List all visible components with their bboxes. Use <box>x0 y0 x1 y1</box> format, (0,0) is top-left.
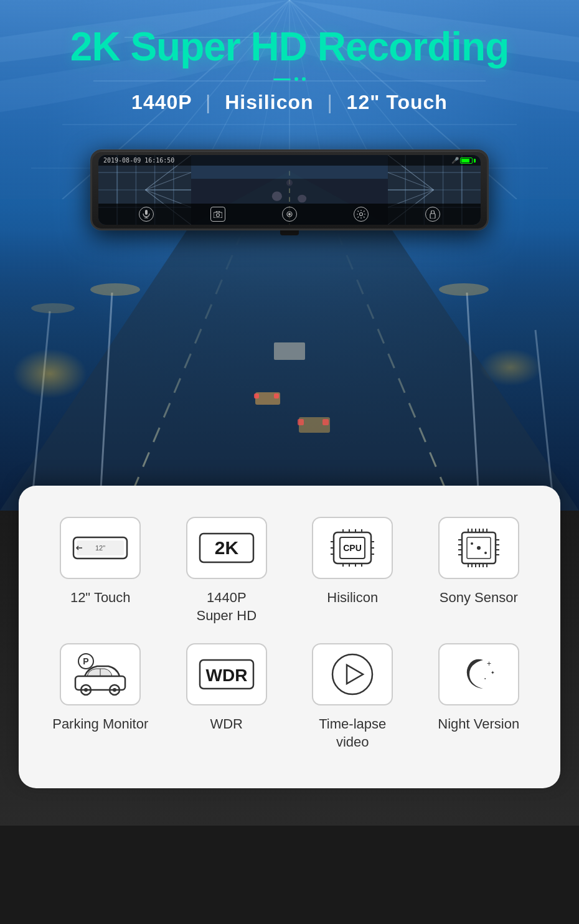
hero-subtitle: 1440P | Hisilicon | 12" Touch <box>131 91 448 114</box>
svg-point-121 <box>484 552 487 554</box>
svg-text:2K: 2K <box>215 537 239 558</box>
settings-control-icon <box>354 207 369 222</box>
hero-divider <box>273 77 306 81</box>
svg-point-19 <box>90 283 140 296</box>
feature-label-timelapse: Time-lapse video <box>319 715 386 751</box>
svg-point-23 <box>439 283 489 296</box>
lock-control-icon <box>425 207 440 222</box>
subtitle-touch: 12" Touch <box>347 91 448 113</box>
feature-label-sensor: Sony Sensor <box>440 589 518 607</box>
feature-icon-night: + ✦ • <box>438 643 519 705</box>
feature-icon-sensor <box>438 517 519 579</box>
feature-timelapse: Time-lapse video <box>296 643 410 751</box>
svg-point-128 <box>113 688 116 692</box>
svg-point-119 <box>471 542 473 545</box>
feature-parking: P Parking Monito <box>44 643 158 751</box>
svg-text:+: + <box>487 659 491 668</box>
svg-point-61 <box>272 192 282 201</box>
subtitle-1440p: 1440P <box>131 91 192 113</box>
feature-icon-parking: P <box>60 643 141 705</box>
feature-night: + ✦ • Night Version <box>422 643 536 751</box>
features-section: 12" 12" Touch 2K 1440P Super HD <box>19 486 560 788</box>
features-grid: 12" 12" Touch 2K 1440P Super HD <box>44 517 535 751</box>
device-screen: 2019-08-09 16:16:50 🎤 <box>98 155 481 225</box>
divider-dot-2 <box>302 77 306 81</box>
sep-1: | <box>205 91 211 113</box>
svg-point-120 <box>477 546 481 550</box>
battery-indicator: 🎤 <box>451 157 476 164</box>
svg-rect-27 <box>254 394 259 398</box>
light-glow-left <box>12 349 87 398</box>
screen-timestamp: 2019-08-09 16:16:50 <box>103 157 174 164</box>
feature-label-touch-screen: 12" Touch <box>70 589 131 607</box>
divider-dot <box>294 77 298 81</box>
svg-text:12": 12" <box>95 544 105 552</box>
feature-label-night: Night Version <box>438 715 519 733</box>
hero-title-area: 2K Super HD Recording 1440P | Hisilicon … <box>0 0 579 114</box>
battery-body <box>460 158 473 164</box>
feature-icon-timelapse <box>312 643 393 705</box>
device-mount <box>280 230 299 235</box>
feature-processor: CPU <box>296 517 410 625</box>
feature-label-resolution: 1440P Super HD <box>196 589 257 625</box>
screen-controls <box>98 204 481 225</box>
feature-touch-screen: 12" 12" Touch <box>44 517 158 625</box>
road-background <box>0 230 579 511</box>
battery-fill <box>461 159 469 163</box>
screen-top-bar: 2019-08-09 16:16:50 🎤 <box>98 155 481 166</box>
svg-text:✦: ✦ <box>491 670 495 676</box>
svg-rect-68 <box>214 212 222 218</box>
light-glow-right <box>479 349 542 386</box>
svg-text:CPU: CPU <box>343 543 362 553</box>
feature-label-wdr: WDR <box>210 715 243 733</box>
svg-point-71 <box>288 213 291 215</box>
feature-label-processor: Hisilicon <box>327 589 378 607</box>
svg-rect-29 <box>298 419 304 425</box>
svg-marker-133 <box>347 665 363 684</box>
camera-control-icon <box>210 207 225 222</box>
feature-resolution: 2K 1440P Super HD <box>170 517 284 625</box>
record-control-icon <box>282 207 297 222</box>
hero-section: 2K Super HD Recording 1440P | Hisilicon … <box>0 0 579 511</box>
svg-rect-28 <box>274 394 279 398</box>
dashcam-device: 2019-08-09 16:16:50 🎤 <box>90 149 489 235</box>
feature-icon-touch-screen: 12" <box>60 517 141 579</box>
svg-point-72 <box>359 213 362 216</box>
svg-point-132 <box>332 654 372 694</box>
feature-icon-wdr: WDR <box>186 643 267 705</box>
features-outer: 12" 12" Touch 2K 1440P Super HD <box>0 486 579 826</box>
svg-rect-124 <box>75 676 125 690</box>
feature-icon-resolution: 2K <box>186 517 267 579</box>
svg-point-21 <box>31 303 75 313</box>
feature-wdr: WDR WDR <box>170 643 284 751</box>
svg-text:P: P <box>83 656 89 666</box>
feature-sensor: Sony Sensor <box>422 517 536 625</box>
feature-label-parking: Parking Monitor <box>52 715 148 733</box>
divider-dash-1 <box>273 78 291 80</box>
svg-rect-30 <box>322 419 329 425</box>
mic-control-icon <box>139 207 154 222</box>
sep-2: | <box>327 91 332 113</box>
hero-title: 2K Super HD Recording <box>70 25 509 68</box>
svg-rect-31 <box>274 342 305 360</box>
svg-rect-65 <box>145 210 148 215</box>
device-mirror-body: 2019-08-09 16:16:50 🎤 <box>90 149 489 230</box>
svg-point-62 <box>298 195 306 203</box>
svg-point-126 <box>84 688 88 692</box>
svg-text:•: • <box>484 676 486 681</box>
svg-text:WDR: WDR <box>205 666 247 685</box>
svg-rect-73 <box>430 214 435 219</box>
feature-icon-processor: CPU <box>312 517 393 579</box>
svg-point-63 <box>286 179 293 186</box>
battery-tip <box>474 159 476 163</box>
svg-point-69 <box>217 214 220 217</box>
subtitle-hisilicon: Hisilicon <box>225 91 313 113</box>
mic-icon: 🎤 <box>451 157 459 164</box>
